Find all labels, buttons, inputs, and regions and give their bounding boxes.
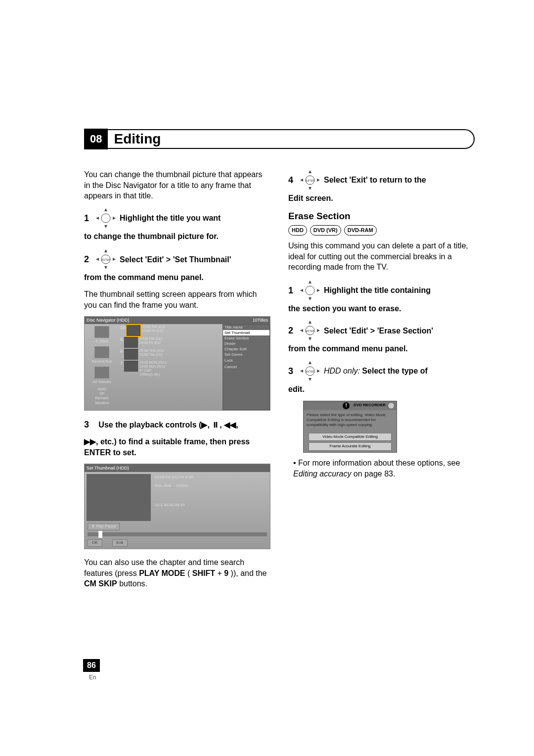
svg-marker-31 — [309, 378, 312, 381]
svg-text:ENTER: ENTER — [102, 258, 110, 261]
erase-s2a: Select 'Edit' > 'Erase Section' — [324, 326, 433, 336]
enter-dpad-icon: ENTER — [95, 248, 117, 270]
edit-type-dialog: ! DVD RECORDER Please select the type of… — [303, 401, 397, 453]
step-number: 1 — [288, 284, 296, 296]
shot2-title: Set Thumbnail (HDD) — [85, 464, 270, 472]
svg-marker-16 — [317, 179, 320, 182]
side-genres: All Genres — [92, 379, 111, 384]
svg-marker-26 — [300, 329, 303, 332]
svg-text:ENTER: ENTER — [306, 179, 314, 182]
note-playmode: PLAY MODE — [139, 569, 185, 577]
svg-marker-4 — [113, 217, 116, 220]
step4-text-b: Edit screen. — [288, 193, 475, 204]
side-hdd: HDD — [97, 387, 106, 391]
shot2-recval: 2h00m — [176, 483, 188, 488]
chapter-number: 08 — [84, 129, 108, 149]
row-tail1: Pr 2 SP — [139, 369, 222, 373]
shot2-playpause: ⏸ Play Pause — [88, 523, 120, 530]
row-num: 8 — [120, 349, 123, 354]
side-recent: Recent first — [92, 359, 112, 364]
menu-item: Set Genre — [223, 352, 269, 357]
enter-dpad-icon: ENTER — [299, 320, 321, 341]
bullet-list: For more information about these options… — [288, 458, 475, 479]
note-g: )), and the — [231, 569, 267, 577]
svg-marker-13 — [309, 170, 312, 173]
row-l2: 20:00 Fri 3/12 — [139, 341, 222, 345]
side-remain: Remain — [95, 396, 109, 400]
step4-text-a: Select 'Exit' to return to the — [324, 175, 426, 186]
svg-marker-24 — [309, 321, 312, 324]
shot2-timeline — [88, 532, 267, 536]
step-4: 4 ENTER Select 'Exit' to return to the — [288, 169, 475, 191]
svg-point-0 — [101, 214, 110, 223]
step3-text-b: ▶▶, etc.) to find a suitable frame, then… — [84, 436, 270, 458]
erase-intro: Using this command you can delete a part… — [288, 240, 475, 273]
step-1: 1 Highlight the title you want — [84, 207, 270, 229]
svg-marker-32 — [300, 370, 303, 373]
side-remval: 30h30m — [95, 401, 109, 405]
enter-dpad-icon: ENTER — [299, 360, 321, 382]
step-number: 4 — [288, 174, 296, 186]
chapter-title: Editing — [114, 131, 161, 147]
disc-icon — [388, 402, 395, 409]
erase-step-2: 2 ENTER Select 'Edit' > 'Erase Section' — [288, 320, 475, 341]
dpad-icon — [299, 280, 321, 301]
bul-c: on page 83. — [354, 470, 396, 478]
step-number: 2 — [288, 325, 296, 336]
step2-text-a: Select 'Edit' > 'Set Thumbnail' — [120, 254, 231, 265]
dialog-msg: Please select the type of editing. Video… — [304, 410, 397, 431]
step-number: 3 — [84, 419, 92, 430]
row-l2: 19:00 Mon 29/11 — [139, 365, 222, 369]
badge-hdd: HDD — [288, 225, 307, 236]
svg-marker-27 — [317, 329, 320, 332]
svg-marker-3 — [96, 217, 99, 220]
svg-marker-19 — [309, 297, 312, 300]
menu-item: Lock — [223, 358, 269, 363]
row-l2: 23:00 Fri 3/12 — [142, 329, 222, 333]
row-num: 7 — [120, 361, 123, 366]
svg-text:ENTER: ENTER — [306, 370, 314, 373]
shot2-exit: Exit — [112, 539, 128, 547]
disc-navigator-screenshot: Disc Navigator (HDD) 10Titles 4 Titles R… — [84, 316, 270, 411]
shot1-context-menu: Title name Set Thumbnail Erase Section D… — [222, 324, 270, 410]
row-num: 10 — [120, 325, 125, 330]
step-number: 3 — [288, 365, 296, 377]
erase-step-3: 3 ENTER HDD only: Select the type of — [288, 360, 475, 382]
svg-marker-21 — [317, 289, 320, 292]
shot2-timecode: 10-1 00.00.09:15 — [155, 503, 268, 508]
bul-a: For more information about these options… — [298, 459, 460, 467]
step1-text-b: to change the thumbnail picture for. — [84, 231, 270, 242]
step-2: 2 ENTER Select 'Edit' > 'Set Thumbnail' — [84, 248, 270, 270]
side-titles: 4 Titles — [95, 339, 108, 343]
svg-marker-7 — [104, 249, 107, 252]
note-i: buttons. — [119, 579, 147, 588]
svg-marker-14 — [309, 187, 312, 190]
badge-dvdram: DVD-RAM — [344, 225, 377, 236]
svg-marker-8 — [104, 266, 107, 269]
dialog-opt1: Video Mode Compatible Editing — [309, 433, 392, 441]
row-num: 9 — [120, 337, 123, 342]
shot1-list: 1023:00 FRI 3/1223:00 Fri 3/12 920:00 FR… — [119, 324, 222, 410]
erase-s2b: from the command menu panel. — [288, 343, 475, 354]
svg-point-17 — [306, 286, 314, 295]
row-l1: 22:00 THU 2/12 — [139, 349, 222, 353]
enter-dpad-icon: ENTER — [299, 169, 321, 191]
menu-item: Title name — [223, 325, 269, 330]
step3-text-a: Use the playback controls (▶, ⏸, ◀◀, — [98, 421, 238, 429]
row-l1: 19:00 MON 29/11 — [139, 361, 222, 365]
info-icon: ! — [343, 402, 350, 409]
menu-item: Divide — [223, 341, 269, 346]
note-e: + — [217, 569, 224, 577]
erase-s1a: Highlight the title containing — [324, 285, 431, 296]
svg-marker-18 — [309, 281, 312, 284]
shot1-title: Disc Navigator (HDD) — [87, 318, 130, 323]
dialog-header: DVD RECORDER — [354, 403, 386, 408]
row-l2: 22:00 Thu 2/12 — [139, 353, 222, 357]
svg-marker-15 — [300, 179, 303, 182]
erase-s1b: the section you want to erase. — [288, 303, 475, 314]
svg-marker-20 — [300, 289, 303, 292]
shot2-reclabel: Rec. time — [155, 483, 172, 488]
bullet-item: For more information about these options… — [293, 458, 475, 479]
note-c: ( — [187, 569, 190, 577]
row-l1: 20:00 FRI 3/12 — [139, 337, 222, 341]
